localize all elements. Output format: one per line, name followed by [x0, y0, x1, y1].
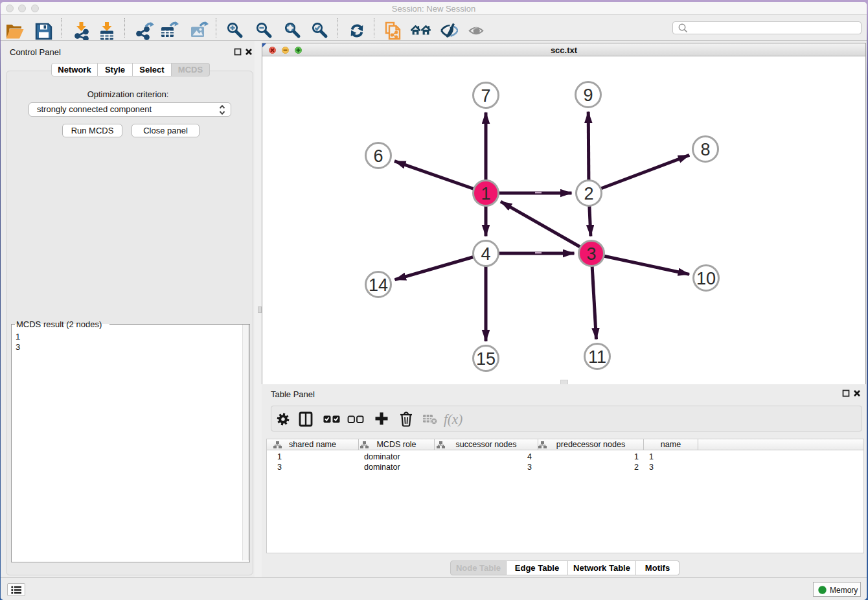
svg-text:15: 15	[476, 349, 496, 369]
svg-text:6: 6	[373, 146, 383, 166]
svg-text:14: 14	[369, 275, 388, 295]
svg-text:9: 9	[583, 86, 593, 105]
svg-text:3: 3	[586, 244, 596, 264]
svg-text:4: 4	[481, 244, 490, 264]
svg-text:1: 1	[481, 184, 490, 203]
svg-text:f(x): f(x)	[444, 411, 463, 427]
svg-text:7: 7	[481, 86, 490, 106]
svg-text:11: 11	[588, 347, 606, 367]
svg-text:8: 8	[700, 140, 710, 159]
svg-text:2: 2	[584, 184, 593, 203]
svg-text:10: 10	[696, 269, 716, 288]
